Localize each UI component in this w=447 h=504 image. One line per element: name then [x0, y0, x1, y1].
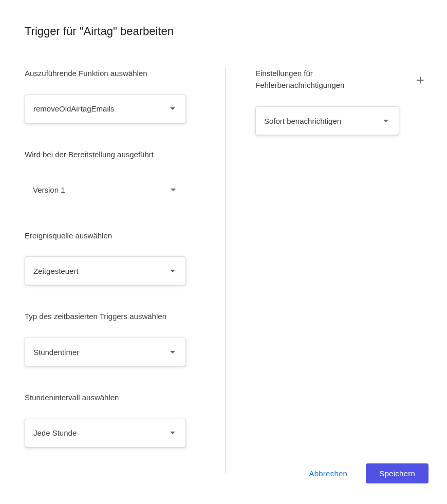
chevron-down-icon [170, 351, 175, 353]
function-select-value: removeOldAirtagEmails [33, 104, 170, 113]
trigger-type-select[interactable]: Stundentimer [25, 338, 186, 366]
interval-label: Stundenintervall auswählen [25, 392, 204, 403]
cancel-button[interactable]: Abbrechen [303, 464, 353, 483]
plus-icon [415, 74, 426, 86]
event-source-label: Ereignisquelle auswählen [25, 230, 204, 241]
interval-select-value: Jede Stunde [33, 428, 170, 437]
chevron-down-icon [383, 120, 388, 122]
right-column: Einstellungen für Fehlerbenachrichtigung… [225, 68, 426, 473]
dialog-footer: Abbrechen Speichern [303, 463, 429, 483]
event-source-select-value: Zeitgesteuert [33, 267, 170, 275]
chevron-down-icon [170, 270, 175, 272]
chevron-down-icon [170, 432, 175, 434]
deployment-select-value: Version 1 [33, 185, 171, 194]
trigger-type-select-value: Stundentimer [33, 348, 170, 357]
interval-select[interactable]: Jede Stunde [25, 419, 186, 447]
error-notification-select[interactable]: Sofort benachrichtigen [255, 106, 399, 135]
add-notification-button[interactable] [414, 74, 426, 86]
trigger-type-label: Typ des zeitbasierten Triggers auswählen [25, 311, 204, 322]
deployment-select[interactable]: Version 1 [25, 176, 186, 204]
error-notification-label: Einstellungen für Fehlerbenachrichtigung… [255, 68, 384, 91]
save-button[interactable]: Speichern [366, 463, 429, 483]
left-column: Auszuführende Funktion auswählen removeO… [25, 68, 225, 473]
error-notification-select-value: Sofort benachrichtigen [264, 117, 383, 125]
function-label: Auszuführende Funktion auswählen [25, 68, 204, 79]
event-source-select[interactable]: Zeitgesteuert [25, 256, 186, 285]
function-select[interactable]: removeOldAirtagEmails [25, 95, 186, 123]
deployment-label: Wird bei der Bereitstellung ausgeführt [25, 149, 204, 160]
page-title: Trigger für "Airtag" bearbeiten [25, 25, 426, 38]
chevron-down-icon [170, 107, 175, 110]
chevron-down-icon [171, 189, 176, 191]
